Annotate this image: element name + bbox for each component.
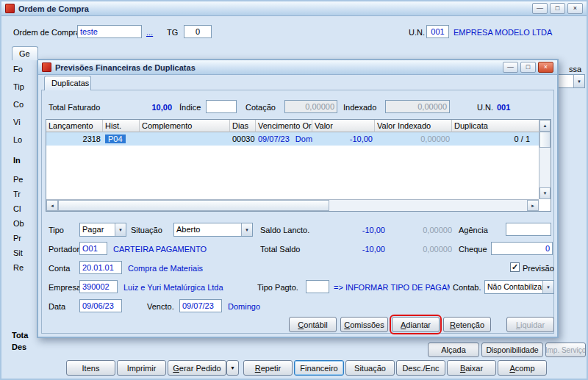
imp-servico-button[interactable]: Imp. Serviço <box>545 343 586 357</box>
previsao-label: Previsão <box>523 264 554 273</box>
conta-input[interactable]: 20.01.01 <box>79 261 122 274</box>
contab-combo[interactable]: Não Contabilizar ▼ <box>484 280 554 294</box>
tab-duplicatas[interactable]: Duplicatas <box>44 76 91 90</box>
cheque-label: Cheque <box>459 245 487 254</box>
contab-label: Contab. <box>453 283 481 292</box>
situacao-button[interactable]: Situação <box>345 360 395 376</box>
situacao-value: Aberto <box>174 223 241 236</box>
horizontal-scrollbar[interactable]: ◄ ► <box>46 199 539 211</box>
left-label-fragment: Tr <box>13 190 37 198</box>
chevron-down-icon[interactable]: ▼ <box>542 281 553 293</box>
data-input[interactable]: 09/06/23 <box>79 299 122 312</box>
imprimir-button[interactable]: Imprimir <box>117 360 166 376</box>
indice-label: Índice <box>179 103 201 112</box>
portador-input[interactable]: O01 <box>79 242 107 255</box>
col-header[interactable]: Lançamento <box>46 120 103 132</box>
indice-input[interactable] <box>206 100 237 113</box>
tipo-combo[interactable]: Pagar ▼ <box>79 223 126 237</box>
vencimento-date: 09/07/23 <box>258 135 290 143</box>
total-faturado-value: 10,00 <box>121 103 172 112</box>
acomp-button[interactable]: Acomp <box>498 360 547 376</box>
scroll-left-icon[interactable]: ◄ <box>46 200 58 211</box>
situacao-combo[interactable]: Aberto ▼ <box>173 223 253 237</box>
data-label: Data <box>49 302 65 311</box>
dialog-close-icon[interactable]: × <box>538 62 553 73</box>
close-icon[interactable]: × <box>567 3 583 14</box>
comissoes-button[interactable]: Comissões <box>340 317 388 332</box>
vencto-input[interactable]: 09/07/23 <box>179 299 222 312</box>
agencia-input[interactable] <box>506 223 551 236</box>
chevron-down-icon[interactable]: ▼ <box>115 223 126 236</box>
scroll-down-icon[interactable]: ▼ <box>539 187 551 199</box>
tg-label: TG <box>167 28 178 37</box>
cotacao-input: 0,00000 <box>284 100 337 113</box>
minimize-icon[interactable]: — <box>532 3 548 14</box>
repetir-button[interactable]: Repetir <box>243 360 293 376</box>
gerar-pedido-dropdown-icon[interactable]: ▼ <box>226 360 239 376</box>
desc-enc-button[interactable]: Desc./Enc <box>396 360 445 376</box>
cell-duplicata: 0 / 1 <box>452 132 539 146</box>
tg-input[interactable]: 0 <box>184 25 212 38</box>
cell-complemento <box>140 132 230 146</box>
cell-dias: 00030 <box>230 132 256 146</box>
financeiro-button[interactable]: Financeiro <box>294 360 344 376</box>
conta-desc: Compra de Materiais <box>128 264 203 273</box>
chevron-down-icon[interactable]: ▼ <box>241 223 252 236</box>
col-header[interactable]: Dias <box>230 120 256 132</box>
scroll-up-icon[interactable]: ▲ <box>539 120 551 132</box>
cheque-input[interactable]: 0 <box>491 242 553 255</box>
dialog-titlebar: Previsões Financeiras de Duplicatas — □ … <box>38 60 557 75</box>
total-saldo-indexado: 0,00000 <box>402 245 452 254</box>
right-label-fragment: ssa <box>569 65 588 74</box>
un-input[interactable]: 001 <box>426 25 449 38</box>
retencao-button[interactable]: Retenção <box>443 317 491 332</box>
horizontal-scroll-thumb[interactable] <box>58 200 329 211</box>
left-label-fragment: Sit <box>13 248 37 257</box>
liquidar-button[interactable]: Liquidar <box>506 317 554 332</box>
dialog-maximize-icon[interactable]: □ <box>520 62 536 73</box>
itens-button[interactable]: Itens <box>66 360 115 376</box>
tipo-pagto-hint: => INFORMAR TIPO DE PAGAM <box>334 283 450 292</box>
order-lookup-link[interactable]: ... <box>146 28 153 37</box>
un-label: U.N. <box>409 28 425 37</box>
tipo-pagto-input[interactable] <box>306 280 329 293</box>
previsao-checkbox[interactable]: ✓ <box>510 262 520 272</box>
dialog-minimize-icon[interactable]: — <box>503 62 518 73</box>
tipo-value: Pagar <box>80 223 115 236</box>
hist-selected-cell[interactable]: P04 <box>105 135 126 143</box>
baixar-button[interactable]: Baixar <box>447 360 496 376</box>
table-row[interactable]: 2318 P04 00030 09/07/23 Dom -10,00 0,000… <box>46 132 539 146</box>
main-titlebar: Ordem de Compra — □ × <box>1 1 587 16</box>
right-combo-value <box>558 75 573 87</box>
dialog-app-icon <box>42 62 51 72</box>
col-header[interactable]: Valor Indexado <box>375 120 452 132</box>
tipo-pagto-label: Tipo Pagto. <box>257 283 298 292</box>
empresa-desc: Luiz e Yuri Metalúrgica Ltda <box>123 283 223 292</box>
cell-lancamento: 2318 <box>46 132 103 146</box>
gerar-pedido-button[interactable]: Gerar Pedido <box>168 360 226 376</box>
un-company-name: EMPRESA MODELO LTDA <box>453 28 552 37</box>
maximize-icon[interactable]: □ <box>550 3 565 14</box>
chevron-down-icon[interactable]: ▼ <box>573 75 584 87</box>
tab-geral-fragment[interactable]: Ge <box>12 46 38 60</box>
contabil-button[interactable]: Contábil <box>289 317 337 332</box>
col-header[interactable]: Valor <box>312 120 375 132</box>
col-header[interactable]: Duplicata <box>452 120 539 132</box>
right-combo-fragment[interactable]: ▼ <box>557 74 585 88</box>
empresa-input[interactable]: 390002 <box>79 280 118 293</box>
cell-valor: -10,00 <box>312 132 375 146</box>
left-label-fragment: Lo <box>13 135 37 144</box>
col-header[interactable]: Hist. <box>103 120 140 132</box>
order-input[interactable]: teste <box>77 25 142 38</box>
left-label-fragment: Pr <box>13 234 37 243</box>
alcada-button[interactable]: Alçada <box>428 343 479 357</box>
scroll-right-icon[interactable]: ► <box>527 200 539 211</box>
vertical-scrollbar[interactable]: ▲ ▼ <box>539 120 551 199</box>
total-saldo-value: -10,00 <box>330 245 385 254</box>
adiantar-button[interactable]: Adiantar <box>392 317 440 332</box>
vencimento-weekday: Dom <box>295 135 312 143</box>
col-header[interactable]: Complemento <box>140 120 230 132</box>
disponibilidade-button[interactable]: Disponibilidade <box>481 343 543 357</box>
col-header[interactable]: Vencimento Orig. <box>256 120 312 132</box>
vertical-scroll-thumb[interactable] <box>539 132 551 148</box>
